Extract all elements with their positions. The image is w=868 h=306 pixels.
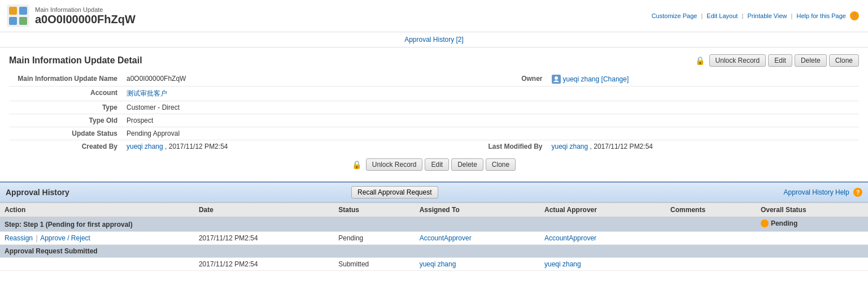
account-link[interactable]: 测试审批客户 — [127, 89, 167, 97]
svg-rect-1 — [9, 7, 17, 15]
approve-reject-link[interactable]: Approve / Reject — [40, 234, 90, 242]
col-assigned-to: Assigned To — [415, 203, 540, 217]
help-link[interactable]: Help for this Page — [797, 12, 846, 19]
owner-user-icon — [552, 75, 561, 84]
status-cell-2: Submitted — [334, 258, 415, 271]
recall-approval-button[interactable]: Recall Approval Request — [351, 186, 438, 199]
col-actual-approver: Actual Approver — [540, 203, 666, 217]
account-value: 测试审批客户 — [122, 87, 434, 101]
step-overall-status: Pending — [756, 217, 868, 232]
created-by-date: , 2017/11/12 PM2:54 — [165, 143, 228, 150]
edit-layout-link[interactable]: Edit Layout — [706, 12, 738, 19]
app-logo — [7, 5, 29, 27]
name-label: Main Information Update Name — [9, 72, 122, 87]
action-cell-2 — [0, 258, 194, 271]
owner-change-link[interactable]: [Change] — [601, 75, 629, 83]
clone-button-top[interactable]: Clone — [829, 54, 859, 67]
approval-data-row-1: Reassign | Approve / Reject 2017/11/12 P… — [0, 232, 868, 245]
pending-dot-icon — [761, 219, 769, 227]
update-status-label: Update Status — [9, 127, 122, 140]
unlock-record-button-bottom[interactable]: Unlock Record — [366, 158, 423, 171]
approval-history-section: Approval History Recall Approval Request… — [0, 182, 868, 271]
edit-button-top[interactable]: Edit — [768, 54, 792, 67]
printable-view-link[interactable]: Printable View — [747, 12, 787, 19]
approval-table-header-row: Action Date Status Assigned To Actual Ap… — [0, 203, 868, 217]
approval-section-title: Approval History — [6, 188, 351, 197]
detail-header: Main Information Update Detail 🔒 Unlock … — [9, 54, 859, 67]
top-btn-group: 🔒 Unlock Record Edit Delete Clone — [696, 54, 859, 67]
pending-badge: Pending — [761, 219, 797, 227]
approval-help-link[interactable]: Approval History Help ? — [784, 188, 862, 197]
actual-approver-link-2[interactable]: yueqi zhang — [544, 260, 581, 268]
detail-fields-table: Main Information Update Name a0O0I00000F… — [9, 72, 859, 153]
help-circle-icon[interactable]: ? — [850, 11, 859, 20]
app-title: a0O0I00000FhZqW — [35, 13, 136, 26]
name-value: a0O0I00000FhZqW — [122, 72, 434, 87]
delete-button-bottom[interactable]: Delete — [451, 158, 483, 171]
last-modified-label: Last Modified By — [434, 140, 547, 153]
assigned-to-cell-1: AccountApprover — [415, 232, 540, 245]
edit-button-bottom[interactable]: Edit — [425, 158, 449, 171]
app-header: Main Information Update a0O0I00000FhZqW … — [0, 0, 868, 32]
approval-section-header: Approval History Recall Approval Request… — [0, 183, 868, 202]
customize-page-link[interactable]: Customize Page — [652, 12, 697, 19]
actual-approver-link-1[interactable]: AccountApprover — [544, 234, 596, 242]
account-label: Account — [9, 87, 122, 101]
step-label: Step: Step 1 (Pending for first approval… — [0, 217, 756, 232]
unlock-record-button-top[interactable]: Unlock Record — [709, 54, 766, 67]
comments-cell-2 — [666, 258, 756, 271]
status-cell-1: Pending — [334, 232, 415, 245]
col-date: Date — [194, 203, 334, 217]
created-by-link[interactable]: yueqi zhang — [127, 143, 163, 150]
update-status-value: Pending Approval — [122, 127, 434, 140]
pending-label: Pending — [771, 219, 797, 227]
bottom-btn-group: 🔒 Unlock Record Edit Delete Clone — [9, 153, 859, 174]
created-by-value: yueqi zhang , 2017/11/12 PM2:54 — [122, 140, 434, 153]
lock-icon: 🔒 — [696, 56, 705, 65]
last-modified-date: , 2017/11/12 PM2:54 — [590, 143, 653, 150]
assigned-to-cell-2: yueqi zhang — [415, 258, 540, 271]
app-title-section: Main Information Update a0O0I00000FhZqW — [35, 6, 136, 26]
reassign-link[interactable]: Reassign — [5, 234, 33, 242]
date-cell-1: 2017/11/12 PM2:54 — [194, 232, 334, 245]
overall-status-cell-2 — [756, 258, 868, 271]
col-action: Action — [0, 203, 194, 217]
detail-section: Main Information Update Detail 🔒 Unlock … — [0, 48, 868, 182]
last-modified-link[interactable]: yueqi zhang — [552, 143, 588, 150]
field-row-status: Update Status Pending Approval — [9, 127, 859, 140]
svg-rect-3 — [9, 17, 17, 25]
delete-button-top[interactable]: Delete — [795, 54, 827, 67]
approval-data-row-2: 2017/11/12 PM2:54 Submitted yueqi zhang … — [0, 258, 868, 271]
owner-link[interactable]: yueqi zhang — [563, 75, 600, 83]
type-value: Customer - Direct — [122, 101, 434, 114]
field-row-name: Main Information Update Name a0O0I00000F… — [9, 72, 859, 87]
owner-value: yueqi zhang [Change] — [547, 72, 860, 87]
col-overall-status: Overall Status — [756, 203, 868, 217]
field-row-account: Account 测试审批客户 — [9, 87, 859, 101]
col-status: Status — [334, 203, 415, 217]
approval-history-link-bar: Approval History [2] — [0, 32, 868, 48]
clone-button-bottom[interactable]: Clone — [486, 158, 516, 171]
approval-table: Action Date Status Assigned To Actual Ap… — [0, 202, 868, 271]
svg-rect-4 — [19, 17, 27, 25]
step-row: Step: Step 1 (Pending for first approval… — [0, 217, 868, 232]
field-row-created-by: Created By yueqi zhang , 2017/11/12 PM2:… — [9, 140, 859, 153]
submitted-label: Approval Request Submitted — [0, 245, 868, 258]
created-by-label: Created By — [9, 140, 122, 153]
svg-rect-2 — [19, 7, 27, 15]
svg-point-5 — [555, 76, 558, 80]
action-cell-1: Reassign | Approve / Reject — [0, 232, 194, 245]
type-old-label: Type Old — [9, 114, 122, 127]
date-cell-2: 2017/11/12 PM2:54 — [194, 258, 334, 271]
assigned-to-link-1[interactable]: AccountApprover — [420, 234, 472, 242]
lock-icon-bottom: 🔒 — [352, 160, 361, 169]
last-modified-value: yueqi zhang , 2017/11/12 PM2:54 — [547, 140, 860, 153]
assigned-to-link-2[interactable]: yueqi zhang — [420, 260, 456, 268]
approval-help-circle-icon[interactable]: ? — [853, 188, 862, 197]
header-links: Customize Page | Edit Layout | Printable… — [652, 11, 861, 20]
detail-section-title: Main Information Update Detail — [9, 55, 696, 66]
overall-status-cell-1 — [756, 232, 868, 245]
approval-history-top-link[interactable]: Approval History [2] — [404, 36, 464, 44]
actual-approver-cell-1: AccountApprover — [540, 232, 666, 245]
field-row-type-old: Type Old Prospect — [9, 114, 859, 127]
